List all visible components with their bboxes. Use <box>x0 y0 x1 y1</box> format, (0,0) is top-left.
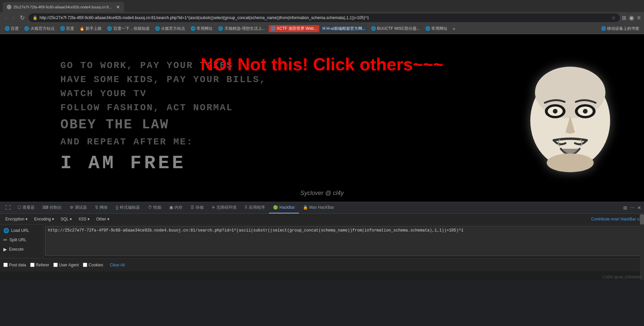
bookmark-more[interactable]: » <box>451 26 457 32</box>
split-url-button[interactable]: ✂ Split URL <box>0 235 43 245</box>
devtools-tab-hackbar[interactable]: 🟢 HackBar <box>269 202 299 213</box>
nav-bar: ‹ › ↻ 🔒 ☆ ⊞ ◉ ≡ <box>0 12 644 23</box>
back-button[interactable]: ‹ <box>3 14 9 22</box>
max-hackbar-label: Max HacKBar <box>309 205 334 210</box>
devtools-tab-bar: ⛶ ☐ 查看器 ⌨ 控制台 ⚙ 调试器 ⇅ 网络 {} 样式编辑器 ⏱ 性能 ▣… <box>0 202 644 214</box>
more-icon[interactable]: ≡ <box>637 14 641 21</box>
referer-label: Referer <box>36 263 49 267</box>
post-data-checkbox-group[interactable]: Post data <box>3 263 26 267</box>
performance-label: 性能 <box>153 205 161 210</box>
hackbar-bottom-bar: Post data Referer User Agent Cookies Cle… <box>0 258 644 271</box>
devtools-tab-style-editor[interactable]: {} 样式编辑器 <box>112 202 144 213</box>
hackbar-menu-other[interactable]: Other ▾ <box>94 216 112 222</box>
hackbar-menu-encoding[interactable]: Encoding ▾ <box>32 216 57 222</box>
other-label: Other <box>96 217 106 221</box>
hackbar-label: HackBar <box>279 205 295 210</box>
encryption-arrow-icon: ▾ <box>25 217 28 221</box>
devtools-tab-console[interactable]: ⌨ 控制台 <box>39 202 66 213</box>
browser-chrome: 25c27e7f-72fa-4f0f-9c60-a6aae34ce92b.nod… <box>0 0 644 23</box>
bookmark-mobile[interactable]: 🌐 移动设备上的书签 <box>599 25 641 32</box>
bookmark-tmall[interactable]: 🌐 天猫精选-理想生活上... <box>216 25 267 32</box>
profile-icon[interactable]: ◉ <box>629 14 634 21</box>
url-input[interactable] <box>40 15 609 20</box>
address-bar[interactable]: 🔒 ☆ <box>29 13 620 22</box>
scrollbar[interactable] <box>640 214 644 280</box>
cookies-checkbox[interactable] <box>83 263 87 267</box>
memory-icon: ▣ <box>169 205 173 210</box>
bookmark-baidu-1[interactable]: 🌐 百度 <box>3 25 21 32</box>
hackbar-green-dot-icon: 🟢 <box>273 205 278 210</box>
bookmark-firefox[interactable]: 🌐 火狐官方站点 <box>22 25 56 32</box>
console-label: 控制台 <box>50 205 62 210</box>
cookies-label: Cookies <box>89 263 103 267</box>
encoding-label: Encoding <box>34 217 51 221</box>
bookmark-xctf[interactable]: 🌐 XCTF 攻防世界 Web... <box>269 25 319 32</box>
post-data-checkbox[interactable] <box>3 263 8 267</box>
tab-title: 25c27e7f-72fa-4f0f-9c60-a6aae34ce92b.nod… <box>13 5 114 9</box>
load-url-icon: 🌐 <box>3 228 9 233</box>
bookmark-baidu-search[interactable]: 🌐 百度一下，你就知道 <box>105 25 151 32</box>
lock-icon: 🔒 <box>33 15 38 20</box>
debugger-label: 调试器 <box>75 205 87 210</box>
viewer-label: 查看器 <box>22 205 35 210</box>
user-agent-checkbox[interactable] <box>53 263 58 267</box>
devtools-tab-performance[interactable]: ⏱ 性能 <box>144 202 165 213</box>
bookmark-hui[interactable]: H H-ui前端框架官方网... <box>321 25 368 32</box>
extensions-icon[interactable]: ⊞ <box>622 15 626 21</box>
anonymous-mask <box>523 64 617 172</box>
devtools-tab-application[interactable]: ⠿ 应用程序 <box>240 202 269 213</box>
bookmark-star-icon[interactable]: ☆ <box>611 15 616 20</box>
devtools-tab-network[interactable]: ⇅ 网络 <box>91 202 112 213</box>
page-main-title: NO! Not this! Click others~~~ <box>201 54 443 74</box>
performance-icon: ⏱ <box>148 205 152 210</box>
contribute-now-text[interactable]: Contribute now! <box>591 217 620 221</box>
bookmark-newbie[interactable]: 🔥 新手上路 <box>77 25 104 32</box>
page-background-text: GO TO WORK, PAY YOUR TAXES HAVE SOME KID… <box>60 59 266 177</box>
devtools-more-icon[interactable]: ⋯ <box>630 205 635 210</box>
devtools-tab-storage[interactable]: ☰ 存储 <box>186 202 208 213</box>
devtools-tab-max-hackbar[interactable]: 🔒 Max HacKBar <box>299 202 338 213</box>
bookmark-buuctf[interactable]: 🌐 BUUCTF MISC部分题... <box>369 25 422 32</box>
hackbar-contribute-area: Contribute now! HackBar v2 <box>591 217 641 221</box>
hackbar-url-textarea[interactable]: http://25c27e7f-72fa-4f0f-9c60-a6aae34ce… <box>45 226 643 256</box>
storage-icon: ☰ <box>191 205 194 210</box>
scrollbar-thumb[interactable] <box>640 214 644 224</box>
bookmark-common-1[interactable]: 🌐 常用网址 <box>189 25 215 32</box>
bookmark-common-2[interactable]: 🌐 常用网址 <box>423 25 449 32</box>
svg-point-6 <box>553 109 557 114</box>
hackbar-menu-xss[interactable]: XSS ▾ <box>76 216 92 222</box>
storage-label: 存储 <box>196 205 204 210</box>
devtools-dock-icon[interactable]: ⊞ <box>623 205 627 210</box>
hackbar-container: Encryption ▾ Encoding ▾ SQL ▾ XSS ▾ Othe… <box>0 214 644 280</box>
load-url-button[interactable]: 🌐 Load URL <box>0 226 43 235</box>
accessibility-label: 无障碍环境 <box>216 205 236 210</box>
referer-checkbox-group[interactable]: Referer <box>30 263 49 267</box>
execute-button[interactable]: ▶ Execute <box>0 245 43 254</box>
bookmark-firefox-2[interactable]: 🌐 火狐官方站点 <box>153 25 187 32</box>
devtools-close-icon[interactable]: ✕ <box>637 205 641 210</box>
post-data-label: Post data <box>9 263 26 267</box>
hackbar-menu-encryption[interactable]: Encryption ▾ <box>3 216 30 222</box>
split-url-icon: ✂ <box>3 237 7 243</box>
encryption-label: Encryption <box>5 217 24 221</box>
cookies-checkbox-group[interactable]: Cookies <box>83 263 103 267</box>
forward-button[interactable]: › <box>11 14 16 22</box>
devtools-tab-viewer[interactable]: ☐ 查看器 <box>13 202 39 213</box>
devtools-tab-debugger[interactable]: ⚙ 调试器 <box>66 202 91 213</box>
reload-button[interactable]: ↻ <box>18 13 26 22</box>
max-hackbar-lock-icon: 🔒 <box>303 205 308 210</box>
clear-all-button[interactable]: Clear All <box>107 262 127 268</box>
devtools-right-controls: ⊞ ⋯ ✕ <box>623 205 641 210</box>
devtools-inspect-icon[interactable]: ⛶ <box>3 205 13 211</box>
hackbar-menu-sql[interactable]: SQL ▾ <box>58 216 74 222</box>
referer-checkbox[interactable] <box>30 263 35 267</box>
devtools-tab-memory[interactable]: ▣ 内存 <box>165 202 186 213</box>
devtools-tab-accessibility[interactable]: ✛ 无障碍环境 <box>208 202 240 213</box>
active-tab[interactable]: 25c27e7f-72fa-4f0f-9c60-a6aae34ce92b.nod… <box>3 2 124 12</box>
style-editor-icon: {} <box>116 205 118 210</box>
bookmark-baidu-2[interactable]: 🌐 百度 <box>58 25 76 32</box>
csdn-watermark: CSDN @m0_62094845 <box>602 275 641 279</box>
tab-close-button[interactable]: ✕ <box>116 4 120 10</box>
hackbar-sidebar: 🌐 Load URL ✂ Split URL ▶ Execute <box>0 224 44 258</box>
user-agent-checkbox-group[interactable]: User Agent <box>53 263 79 267</box>
